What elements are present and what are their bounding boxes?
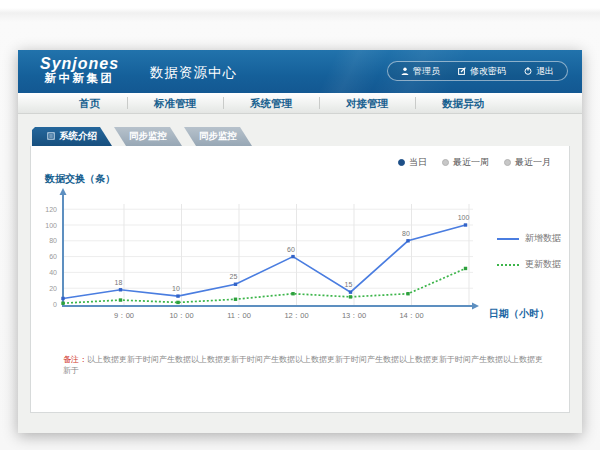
svg-text:13：00: 13：00 — [342, 311, 366, 320]
footnote-label: 备注： — [63, 355, 87, 364]
tab-sync-monitor-2[interactable]: 同步监控 — [184, 127, 252, 146]
svg-text:15: 15 — [345, 281, 353, 288]
svg-text:10: 10 — [172, 285, 180, 292]
change-password-label: 修改密码 — [470, 65, 506, 78]
user-actions: 管理员 修改密码 退出 — [387, 61, 568, 81]
y-tick-labels: 020406080100120 — [45, 206, 57, 308]
app-window: Synjones 新中新集团 数据资源中心 管理员 修改密码 退出 — [18, 50, 582, 433]
tab-system-intro-label: 系统介绍 — [59, 130, 97, 143]
svg-text:80: 80 — [49, 237, 57, 244]
legend-label: 更新数据 — [525, 258, 561, 271]
user-icon — [401, 67, 409, 75]
tab-sync-monitor-2-label: 同步监控 — [199, 130, 237, 143]
svg-text:40: 40 — [49, 269, 57, 276]
change-password-button[interactable]: 修改密码 — [449, 65, 515, 78]
svg-text:60: 60 — [49, 253, 57, 260]
legend-item-新增数据[interactable]: 新增数据 — [497, 232, 561, 245]
nav-item-data-change[interactable]: 数据异动 — [415, 93, 511, 113]
app-header: Synjones 新中新集团 数据资源中心 管理员 修改密码 退出 — [18, 50, 582, 93]
tab-sync-monitor-1[interactable]: 同步监控 — [114, 127, 182, 146]
footnote: 备注：以上数据更新于时间产生数据以上数据更新于时间产生数据以上数据更新于时间产生… — [63, 354, 543, 376]
main-nav: 首页 标准管理 系统管理 对接管理 数据异动 — [18, 93, 582, 114]
x-tick-labels: 9：0010：0011：0012：0013：0014：00 — [114, 311, 424, 320]
nav-item-interface[interactable]: 对接管理 — [319, 93, 415, 113]
tab-system-intro[interactable]: 系统介绍 — [32, 127, 112, 146]
svg-text:80: 80 — [402, 230, 410, 237]
svg-text:10：00: 10：00 — [169, 311, 193, 320]
nav-item-standards[interactable]: 标准管理 — [127, 93, 223, 113]
chart-legend: 新增数据更新数据 — [497, 232, 561, 271]
nav-item-system[interactable]: 系统管理 — [223, 93, 319, 113]
nav-item-home[interactable]: 首页 — [52, 93, 127, 113]
line-chart: 0204060801001209：0010：0011：0012：0013：001… — [31, 146, 571, 331]
x-axis-title: 日期（小时） — [489, 307, 549, 321]
svg-text:100: 100 — [45, 222, 57, 229]
tab-sync-monitor-1-label: 同步监控 — [129, 130, 167, 143]
chart-panel: 当日 最近一周 最近一月 数据交换（条） 0204060801001209：00… — [30, 146, 570, 413]
logout-label: 退出 — [536, 65, 554, 78]
svg-text:18: 18 — [115, 279, 123, 286]
svg-text:12：00: 12：00 — [284, 311, 308, 320]
brand-logo-en: Synjones — [40, 55, 119, 72]
legend-item-更新数据[interactable]: 更新数据 — [497, 258, 561, 271]
logout-icon — [524, 67, 532, 75]
admin-user-label: 管理员 — [413, 65, 440, 78]
svg-text:9：00: 9：00 — [114, 311, 134, 320]
legend-line-sample — [497, 238, 519, 240]
logout-button[interactable]: 退出 — [515, 65, 563, 78]
svg-text:14：00: 14：00 — [399, 311, 423, 320]
legend-line-sample — [497, 264, 519, 266]
svg-text:25: 25 — [230, 273, 238, 280]
svg-text:100: 100 — [458, 214, 470, 221]
svg-text:20: 20 — [49, 285, 57, 292]
edit-icon — [458, 67, 466, 75]
admin-user-button[interactable]: 管理员 — [392, 65, 449, 78]
svg-text:120: 120 — [45, 206, 57, 213]
svg-text:11：00: 11：00 — [227, 311, 251, 320]
app-title: 数据资源中心 — [136, 64, 237, 82]
brand-logo-cn: 新中新集团 — [40, 72, 119, 85]
document-icon — [47, 131, 55, 142]
svg-text:0: 0 — [53, 301, 57, 308]
footnote-text: 以上数据更新于时间产生数据以上数据更新于时间产生数据以上数据更新于时间产生数据以… — [63, 355, 543, 375]
legend-label: 新增数据 — [525, 232, 561, 245]
svg-text:60: 60 — [287, 246, 295, 253]
tab-bar: 系统介绍 同步监控 同步监控 — [32, 127, 570, 146]
brand-logo: Synjones 新中新集团 — [40, 55, 119, 85]
axes — [60, 188, 480, 310]
content-area: 系统介绍 同步监控 同步监控 当日 最近一周 — [18, 114, 582, 413]
